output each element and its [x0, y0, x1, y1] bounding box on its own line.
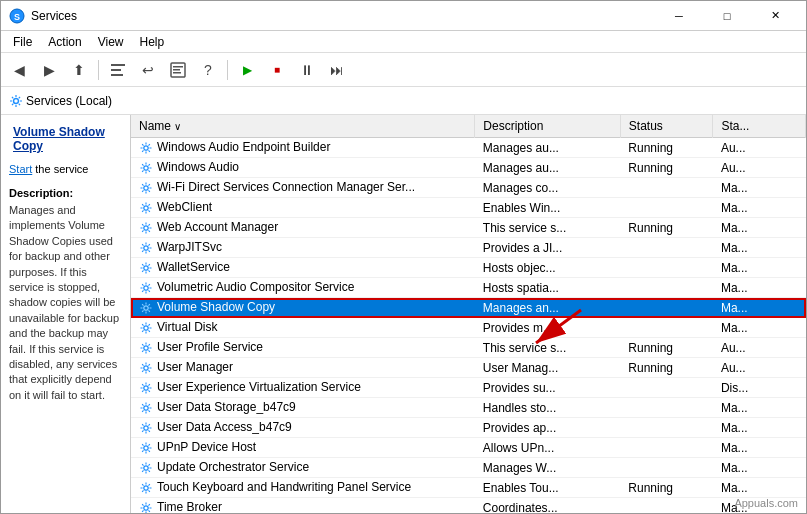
table-row[interactable]: WarpJITSvcProvides a JI...Ma...: [131, 238, 806, 258]
svg-point-27: [144, 486, 148, 490]
service-desc-cell: Provides a JI...: [475, 238, 620, 258]
service-status-cell: [620, 178, 713, 198]
svg-point-16: [144, 266, 148, 270]
restore-button[interactable]: □: [704, 1, 750, 31]
table-row[interactable]: WalletServiceHosts objec...Ma...: [131, 258, 806, 278]
sidebar-panel: Volume Shadow Copy Start the service Des…: [1, 115, 131, 514]
table-row[interactable]: Windows Audio Endpoint BuilderManages au…: [131, 138, 806, 158]
service-startup-cell: Au...: [713, 158, 806, 178]
service-status-cell: [620, 238, 713, 258]
service-name-cell: Volume Shadow Copy: [131, 298, 475, 318]
table-row[interactable]: User Experience Virtualization ServicePr…: [131, 378, 806, 398]
restart-button[interactable]: ⏭: [323, 57, 351, 83]
svg-point-13: [144, 206, 148, 210]
table-row[interactable]: User Data Access_b47c9Provides ap...Ma..…: [131, 418, 806, 438]
pause-button[interactable]: ⏸: [293, 57, 321, 83]
service-name-cell: WebClient: [131, 198, 475, 218]
close-button[interactable]: ✕: [752, 1, 798, 31]
service-desc-cell: Provides su...: [475, 378, 620, 398]
service-name: User Manager: [157, 360, 233, 374]
service-status-cell: [620, 378, 713, 398]
service-name-cell: UPnP Device Host: [131, 438, 475, 458]
desc-title: Description:: [9, 187, 122, 199]
service-status-cell: Running: [620, 338, 713, 358]
breadcrumb: Services (Local): [1, 87, 806, 115]
table-row[interactable]: Wi-Fi Direct Services Connection Manager…: [131, 178, 806, 198]
service-desc-cell: This service s...: [475, 338, 620, 358]
service-startup-cell: Ma...: [713, 438, 806, 458]
service-name: WebClient: [157, 200, 212, 214]
table-row[interactable]: Time BrokerCoordinates...Ma...: [131, 498, 806, 515]
table-row[interactable]: WebClientEnables Win...Ma...: [131, 198, 806, 218]
table-header-row: Name ∨ Description Status Sta...: [131, 115, 806, 138]
table-row[interactable]: Update Orchestrator ServiceManages W...M…: [131, 458, 806, 478]
service-desc-cell: Hosts objec...: [475, 258, 620, 278]
service-desc-cell: Manages au...: [475, 138, 620, 158]
back-button[interactable]: ◀: [5, 57, 33, 83]
table-row[interactable]: User Data Storage_b47c9Handles sto...Ma.…: [131, 398, 806, 418]
service-status-cell: [620, 278, 713, 298]
service-name: User Data Access_b47c9: [157, 420, 292, 434]
table-row[interactable]: User Profile ServiceThis service s...Run…: [131, 338, 806, 358]
service-desc-cell: Allows UPn...: [475, 438, 620, 458]
start-service-link[interactable]: Start: [9, 163, 32, 175]
breadcrumb-icon: [9, 94, 23, 108]
table-row[interactable]: UPnP Device HostAllows UPn...Ma...: [131, 438, 806, 458]
service-status-cell: [620, 498, 713, 515]
service-startup-cell: Ma...: [713, 398, 806, 418]
col-header-startup[interactable]: Sta...: [713, 115, 806, 138]
table-row[interactable]: Windows AudioManages au...RunningAu...: [131, 158, 806, 178]
service-startup-cell: Au...: [713, 358, 806, 378]
svg-rect-2: [111, 64, 125, 66]
title-bar-title: Services: [31, 9, 656, 23]
refresh-button[interactable]: ↩: [134, 57, 162, 83]
service-name: User Profile Service: [157, 340, 263, 354]
service-status-cell: [620, 398, 713, 418]
menu-action[interactable]: Action: [40, 33, 89, 51]
service-desc-cell: User Manag...: [475, 358, 620, 378]
service-name-cell: User Manager: [131, 358, 475, 378]
table-row[interactable]: Virtual DiskProvides m...Ma...: [131, 318, 806, 338]
service-name: Windows Audio Endpoint Builder: [157, 140, 330, 154]
menu-view[interactable]: View: [90, 33, 132, 51]
title-bar-icon: S: [9, 8, 25, 24]
service-desc-cell: Provides m...: [475, 318, 620, 338]
service-desc-cell: Hosts spatia...: [475, 278, 620, 298]
table-row[interactable]: Touch Keyboard and Handwriting Panel Ser…: [131, 478, 806, 498]
help-button[interactable]: ?: [194, 57, 222, 83]
service-status-cell: [620, 318, 713, 338]
service-name: Time Broker: [157, 500, 222, 514]
up-button[interactable]: ⬆: [65, 57, 93, 83]
toolbar-sep1: [98, 60, 99, 80]
service-desc-cell: Handles sto...: [475, 398, 620, 418]
service-name-cell: Wi-Fi Direct Services Connection Manager…: [131, 178, 475, 198]
svg-rect-7: [173, 69, 180, 71]
menu-file[interactable]: File: [5, 33, 40, 51]
col-header-desc[interactable]: Description: [475, 115, 620, 138]
service-name-cell: WarpJITSvc: [131, 238, 475, 258]
service-startup-cell: Ma...: [713, 258, 806, 278]
table-row[interactable]: Web Account ManagerThis service s...Runn…: [131, 218, 806, 238]
play-button[interactable]: ▶: [233, 57, 261, 83]
svg-point-12: [144, 186, 148, 190]
service-status-cell: Running: [620, 478, 713, 498]
table-row[interactable]: User ManagerUser Manag...RunningAu...: [131, 358, 806, 378]
service-name: Virtual Disk: [157, 320, 217, 334]
table-row[interactable]: Volumetric Audio Compositor ServiceHosts…: [131, 278, 806, 298]
svg-point-17: [144, 286, 148, 290]
minimize-button[interactable]: ─: [656, 1, 702, 31]
title-bar: S Services ─ □ ✕: [1, 1, 806, 31]
export-button[interactable]: [164, 57, 192, 83]
service-startup-cell: Ma...: [713, 418, 806, 438]
service-name-cell: Windows Audio: [131, 158, 475, 178]
forward-button[interactable]: ▶: [35, 57, 63, 83]
stop-button[interactable]: ■: [263, 57, 291, 83]
col-header-name[interactable]: Name ∨: [131, 115, 475, 138]
col-header-status[interactable]: Status: [620, 115, 713, 138]
menu-help[interactable]: Help: [132, 33, 173, 51]
show-hide-button[interactable]: [104, 57, 132, 83]
start-service-suffix: the service: [32, 163, 88, 175]
service-startup-cell: Ma...: [713, 278, 806, 298]
service-startup-cell: Au...: [713, 138, 806, 158]
table-row[interactable]: Volume Shadow CopyManages an...Ma...: [131, 298, 806, 318]
